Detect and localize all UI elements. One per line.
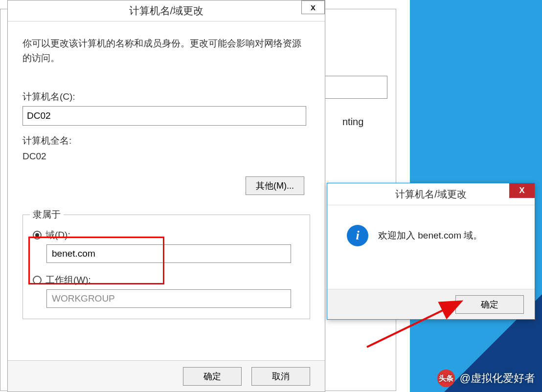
domain-input[interactable] (46, 244, 291, 263)
workgroup-input (46, 289, 291, 308)
cancel-button[interactable]: 取消 (251, 367, 310, 386)
rename-domain-dialog: 计算机名/域更改 x 你可以更改该计算机的名称和成员身份。更改可能会影响对网络资… (7, 0, 325, 392)
close-icon: x (311, 2, 316, 13)
computer-name-input[interactable] (23, 106, 306, 126)
watermark-logo: 头条 (437, 370, 455, 387)
domain-radio-row[interactable]: 域(D): (33, 229, 300, 241)
info-icon: i (347, 225, 368, 246)
dialog-description: 你可以更改该计算机的名称和成员身份。更改可能会影响对网络资源的访问。 (23, 36, 310, 66)
domain-radio[interactable] (33, 231, 42, 240)
domain-radio-label: 域(D): (45, 229, 70, 241)
msgbox-titlebar[interactable]: 计算机名/域更改 X (327, 183, 535, 205)
dialog-close-button[interactable]: x (301, 0, 325, 14)
workgroup-radio-row[interactable]: 工作组(W): (33, 274, 300, 286)
close-icon: X (519, 186, 524, 196)
dialog-title: 计算机名/域更改 (129, 4, 204, 18)
member-of-groupbox: 隶属于 域(D): 工作组(W): (23, 215, 310, 319)
workgroup-radio[interactable] (33, 276, 42, 284)
workgroup-radio-label: 工作组(W): (45, 274, 91, 286)
welcome-message-dialog: 计算机名/域更改 X i 欢迎加入 benet.com 域。 确定 (327, 183, 535, 320)
computer-name-label: 计算机名(C): (23, 90, 310, 103)
msgbox-button-bar: 确定 (327, 289, 535, 319)
watermark: 头条 @虚拟化爱好者 (437, 370, 535, 387)
dialog-body: 你可以更改该计算机的名称和成员身份。更改可能会影响对网络资源的访问。 计算机名(… (8, 22, 325, 319)
msgbox-body: i 欢迎加入 benet.com 域。 (327, 205, 535, 261)
msgbox-title: 计算机名/域更改 (395, 188, 467, 201)
dialog-titlebar[interactable]: 计算机名/域更改 x (8, 0, 325, 22)
msgbox-ok-button[interactable]: 确定 (455, 295, 524, 314)
full-computer-name-label: 计算机全名: (23, 134, 310, 147)
member-of-legend: 隶属于 (30, 208, 64, 221)
msgbox-close-button[interactable]: X (509, 183, 535, 198)
background-text-fragment: nting (342, 116, 363, 128)
ok-button[interactable]: 确定 (183, 367, 242, 386)
watermark-author: @虚拟化爱好者 (460, 371, 535, 386)
more-button[interactable]: 其他(M)... (246, 176, 304, 195)
full-computer-name-value: DC02 (23, 151, 310, 162)
dialog-button-bar: 确定 取消 (8, 360, 325, 392)
msgbox-message: 欢迎加入 benet.com 域。 (378, 229, 482, 242)
